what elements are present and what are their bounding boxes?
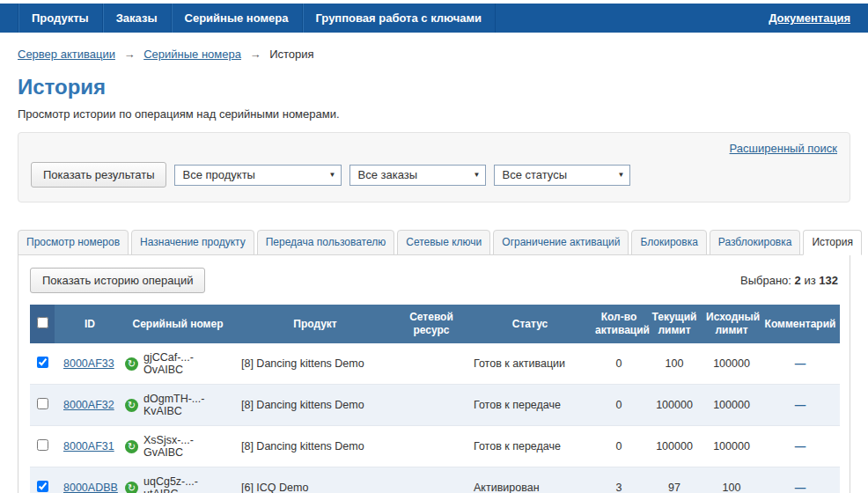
total-count: 132 (819, 274, 838, 287)
breadcrumb-link-serial-numbers[interactable]: Серийные номера (143, 48, 241, 61)
serial-numbers-table: ID Серийный номер Продукт Сетевой ресурс… (30, 305, 840, 493)
tab-network-keys[interactable]: Сетевые ключи (397, 230, 490, 255)
serial-status-icon: ↻ (125, 399, 138, 412)
advanced-search-link[interactable]: Расширенный поиск (730, 142, 837, 155)
serial-id-link[interactable]: 8000AF33 (63, 357, 114, 370)
chevron-down-icon: ▼ (618, 171, 625, 179)
comment-link[interactable]: — (795, 482, 806, 493)
header-status: Статус (468, 305, 592, 343)
orders-select[interactable]: Все заказы ▼ (349, 165, 486, 186)
nav-item-group-key-work[interactable]: Групповая работа с ключами (303, 4, 497, 33)
selected-count: 2 (795, 274, 801, 287)
serial-number: dOgmTH-...-KvAIBC (143, 393, 231, 417)
serial-status-icon: ↻ (125, 440, 138, 453)
tab-activation-limit[interactable]: Ограничение активаций (493, 230, 629, 255)
orders-select-value: Все заказы (357, 168, 417, 181)
original-limit-cell: 100000 (702, 426, 761, 467)
product-cell: [8] Dancing kittens Demo (236, 343, 394, 385)
selected-label: Выбрано: (740, 274, 791, 287)
chevron-down-icon: ▼ (474, 171, 481, 179)
table-header-row: ID Серийный номер Продукт Сетевой ресурс… (30, 305, 840, 343)
product-cell: [6] ICQ Demo (236, 467, 394, 493)
activation-count-cell: 0 (592, 426, 646, 467)
serial-id-link[interactable]: 8000ADBB (63, 482, 118, 493)
row-checkbox[interactable] (37, 398, 48, 409)
chevron-down-icon: ▼ (329, 171, 336, 179)
table-row: 8000AF33 ↻gjCCaf-...-OvAIBC [8] Dancing … (30, 343, 840, 385)
show-results-button[interactable]: Показать результаты (31, 162, 166, 188)
network-resource-cell (394, 385, 468, 426)
status-cell: Готов к активации (468, 343, 592, 385)
current-limit-cell: 100000 (646, 426, 702, 467)
activation-count-cell: 0 (592, 343, 646, 385)
row-checkbox[interactable] (37, 439, 48, 451)
select-all-checkbox[interactable] (37, 317, 48, 328)
serial-status-icon: ↻ (125, 357, 138, 371)
product-cell: [8] Dancing kittens Demo (236, 426, 394, 467)
breadcrumb: Сервер активации → Серийные номера → Ист… (18, 48, 850, 61)
of-label: из (804, 274, 815, 287)
status-cell: Готов к передаче (468, 426, 592, 467)
row-checkbox[interactable] (37, 357, 48, 368)
show-history-button[interactable]: Показать историю операций (30, 268, 205, 293)
current-limit-cell: 100 (646, 343, 702, 385)
tab-block[interactable]: Блокировка (631, 230, 706, 255)
serial-id-link[interactable]: 8000AF32 (63, 399, 114, 411)
header-activation-count: Кол-во активаций (592, 305, 646, 343)
network-resource-cell (394, 467, 468, 493)
tab-assign-product[interactable]: Назначение продукту (131, 230, 254, 255)
current-limit-cell: 100000 (646, 385, 702, 426)
top-navigation-bar: Продукты Заказы Серийные номера Группова… (0, 4, 868, 33)
serial-number: XsSjsx-...-GvAIBC (143, 434, 231, 459)
statuses-select[interactable]: Все статусы ▼ (494, 165, 630, 186)
header-id: ID (55, 305, 120, 343)
nav-item-products[interactable]: Продукты (18, 4, 103, 33)
header-product: Продукт (236, 305, 394, 343)
original-limit-cell: 100 (702, 467, 761, 493)
tab-history[interactable]: История (803, 230, 862, 255)
tab-unblock[interactable]: Разблокировка (710, 230, 801, 255)
header-comment: Комментарий (761, 305, 840, 343)
row-checkbox[interactable] (37, 481, 48, 492)
header-original-limit: Исходный лимит (702, 305, 761, 343)
network-resource-cell (394, 343, 468, 385)
page-title: История (18, 75, 850, 99)
documentation-link[interactable]: Документация (751, 4, 868, 33)
breadcrumb-link-activation-server[interactable]: Сервер активации (18, 48, 115, 61)
comment-link[interactable]: — (795, 440, 806, 453)
activation-count-cell: 0 (592, 385, 646, 426)
nav-item-orders[interactable]: Заказы (103, 4, 172, 33)
page-subtitle: Просмотр истории по операциям над серийн… (18, 107, 850, 121)
serial-id-link[interactable]: 8000AF31 (63, 440, 114, 453)
activation-count-cell: 3 (592, 467, 646, 493)
status-cell: Активирован (468, 467, 592, 493)
status-cell: Готов к передаче (468, 385, 592, 426)
current-limit-cell: 97 (646, 467, 702, 493)
tab-view-numbers[interactable]: Просмотр номеров (18, 230, 129, 255)
filter-panel: Расширенный поиск Показать результаты Вс… (18, 132, 850, 202)
serial-number: gjCCaf-...-OvAIBC (143, 351, 231, 376)
comment-link[interactable]: — (795, 357, 806, 370)
header-current-limit: Текущий лимит (646, 305, 702, 343)
table-row: 8000ADBB ↻uqCg5z-...-utAIBC [6] ICQ Demo… (30, 467, 840, 493)
products-select-value: Все продукты (182, 168, 254, 181)
breadcrumb-current: История (269, 48, 313, 61)
selected-count-info: Выбрано: 2 из 132 (740, 274, 838, 287)
header-serial-number: Серийный номер (120, 305, 236, 343)
history-tab-panel: Показать историю операций Выбрано: 2 из … (18, 254, 850, 493)
original-limit-cell: 100000 (702, 343, 761, 385)
table-row: 8000AF32 ↻dOgmTH-...-KvAIBC [8] Dancing … (30, 385, 840, 426)
breadcrumb-separator: → (250, 48, 261, 61)
header-network-resource: Сетевой ресурс (394, 305, 468, 343)
product-cell: [8] Dancing kittens Demo (236, 385, 394, 426)
table-row: 8000AF31 ↻XsSjsx-...-GvAIBC [8] Dancing … (30, 426, 840, 467)
statuses-select-value: Все статусы (502, 168, 567, 181)
products-select[interactable]: Все продукты ▼ (174, 165, 342, 186)
tab-bar: Просмотр номеров Назначение продукту Пер… (18, 230, 850, 254)
original-limit-cell: 100000 (702, 385, 761, 426)
serial-status-icon: ↻ (125, 482, 138, 493)
nav-item-serial-numbers[interactable]: Серийные номера (172, 4, 303, 33)
serial-number: uqCg5z-...-utAIBC (143, 475, 231, 493)
comment-link[interactable]: — (795, 399, 806, 411)
tab-transfer-user[interactable]: Передача пользователю (257, 230, 395, 255)
